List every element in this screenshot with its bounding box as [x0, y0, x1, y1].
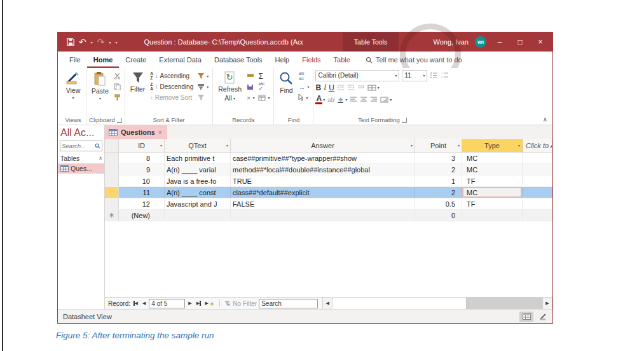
- numbering-icon[interactable]: 12: [441, 72, 449, 79]
- row-selector[interactable]: [105, 153, 119, 163]
- select-button[interactable]: ▾: [297, 93, 310, 102]
- qat-customize-icon[interactable]: ▾: [116, 40, 118, 45]
- nav-item-questions[interactable]: Ques...: [58, 163, 104, 174]
- cell-point[interactable]: 1: [415, 176, 462, 186]
- column-header-qtext[interactable]: QText▾: [165, 139, 231, 152]
- descending-button[interactable]: ZA ↓ Descending: [149, 82, 195, 92]
- record-search-box[interactable]: Search: [259, 299, 318, 308]
- gridline-color-button[interactable]: ▾: [380, 97, 392, 103]
- first-record-button[interactable]: ◀: [132, 301, 139, 306]
- cell-id[interactable]: 9: [119, 164, 165, 175]
- cell-id[interactable]: 8: [119, 153, 165, 163]
- cell-type[interactable]: MC: [462, 187, 523, 198]
- cell-point[interactable]: 2: [415, 187, 462, 198]
- align-center-icon[interactable]: [360, 97, 367, 102]
- font-name-select[interactable]: Calibri (Detail) ▾: [315, 70, 399, 81]
- align-right-icon[interactable]: [370, 97, 378, 102]
- table-row[interactable]: 9A(n) ____ varialmethod##*local##double#…: [105, 164, 552, 176]
- scrollbar-thumb[interactable]: [332, 298, 467, 309]
- cell-type[interactable]: MC: [462, 164, 523, 175]
- cell-qtext[interactable]: [165, 210, 231, 221]
- tab-questions[interactable]: Questions ×: [105, 125, 167, 139]
- italic-button[interactable]: I: [324, 83, 326, 92]
- text-formatting-dialog-launcher-icon[interactable]: [402, 118, 407, 123]
- nav-search-box[interactable]: Search...: [60, 141, 102, 151]
- row-selector[interactable]: [105, 187, 119, 198]
- tab-database-tools[interactable]: Database Tools: [208, 52, 269, 68]
- cell-qtext[interactable]: Java is a free-fo: [165, 176, 231, 186]
- align-left-icon[interactable]: [350, 97, 357, 102]
- advanced-filter-button[interactable]: ▾: [196, 82, 210, 92]
- cell-qtext[interactable]: Javascript and J: [165, 198, 231, 209]
- chevron-down-icon[interactable]: ▾: [518, 143, 520, 148]
- tab-table[interactable]: Table: [327, 52, 357, 68]
- column-header-answer[interactable]: Answer▾: [231, 139, 415, 152]
- save-icon[interactable]: [67, 38, 74, 46]
- table-row[interactable]: 8Each primitive tcase##primitive##*type-…: [105, 153, 552, 164]
- cell-id[interactable]: 10: [119, 176, 165, 186]
- cell-click-to-add[interactable]: [523, 210, 552, 221]
- cut-button[interactable]: [113, 71, 122, 81]
- maximize-button[interactable]: □: [513, 38, 527, 46]
- replace-button[interactable]: abac: [297, 71, 310, 81]
- refresh-all-button[interactable]: ↻ Refresh All▾: [215, 69, 245, 102]
- cell-answer[interactable]: case##primitive##*type-wrapper##show: [231, 153, 415, 163]
- column-header-point[interactable]: Point▾: [415, 139, 462, 152]
- cell-type[interactable]: [462, 210, 523, 221]
- new-record-row[interactable]: ∗(New)0: [105, 210, 552, 221]
- tab-external-data[interactable]: External Data: [153, 52, 208, 68]
- new-blank-record-button[interactable]: ▶∗: [204, 300, 216, 307]
- cell-point[interactable]: 3: [415, 153, 462, 163]
- cell-answer[interactable]: class##*default##explicit: [231, 187, 415, 198]
- tab-create[interactable]: Create: [119, 52, 153, 68]
- no-filter-button[interactable]: No Filter: [224, 300, 257, 307]
- cell-click-to-add[interactable]: [523, 198, 552, 209]
- record-position-box[interactable]: 4 of 5: [149, 299, 185, 308]
- tell-me-box[interactable]: Tell me what you want to do: [366, 56, 462, 64]
- cell-qtext[interactable]: Each primitive t: [165, 153, 231, 163]
- scroll-left-icon[interactable]: ◀: [322, 298, 332, 309]
- selection-filter-button[interactable]: ▾: [196, 71, 210, 81]
- gridlines-button[interactable]: ▾: [367, 85, 380, 91]
- cell-id[interactable]: (New): [119, 210, 165, 221]
- previous-record-button[interactable]: ◀: [141, 301, 147, 306]
- save-record-button[interactable]: [245, 82, 256, 92]
- spelling-button[interactable]: ABC✓: [257, 82, 271, 92]
- cell-click-to-add[interactable]: [523, 153, 552, 163]
- tab-file[interactable]: File: [63, 52, 87, 68]
- column-header-id[interactable]: ID▾: [119, 139, 165, 152]
- cell-type[interactable]: MC: [462, 153, 523, 163]
- user-name[interactable]: Wong, Ivan: [434, 38, 469, 46]
- close-button[interactable]: ×: [533, 38, 547, 46]
- datasheet-view-toggle[interactable]: [519, 312, 533, 322]
- format-painter-button[interactable]: [113, 93, 122, 102]
- font-color-button[interactable]: A ▾: [315, 95, 325, 104]
- cell-answer[interactable]: TRUE: [231, 176, 415, 186]
- new-row-selector[interactable]: ∗: [105, 210, 119, 221]
- horizontal-scrollbar[interactable]: ◀ ▶: [322, 298, 552, 309]
- collapse-ribbon-icon[interactable]: ∧: [543, 116, 547, 123]
- tab-help[interactable]: Help: [269, 52, 296, 68]
- row-selector[interactable]: [105, 164, 119, 175]
- more-button[interactable]: ▾: [257, 93, 271, 102]
- cell-qtext[interactable]: A(n) ____ varial: [165, 164, 231, 175]
- bullets-icon[interactable]: [430, 72, 438, 79]
- minimize-button[interactable]: –: [493, 38, 507, 46]
- avatar[interactable]: WI: [475, 36, 486, 48]
- undo-icon[interactable]: ↶: [79, 38, 86, 46]
- clipboard-dialog-launcher-icon[interactable]: [117, 118, 122, 123]
- tab-home[interactable]: Home: [87, 52, 120, 68]
- table-row[interactable]: 11A(n) ____ constclass##*default##explic…: [105, 187, 552, 198]
- bold-button[interactable]: B: [315, 83, 321, 92]
- totals-button[interactable]: Σ: [257, 71, 271, 81]
- cell-click-to-add[interactable]: [523, 164, 552, 175]
- last-record-button[interactable]: ▶: [195, 301, 202, 306]
- scrollbar-track[interactable]: [467, 298, 542, 309]
- cell-click-to-add[interactable]: [523, 176, 552, 186]
- cell-type[interactable]: TF: [462, 176, 523, 186]
- cell-answer[interactable]: FALSE: [231, 198, 415, 209]
- cell-point[interactable]: 0: [415, 210, 462, 221]
- table-row[interactable]: 12Javascript and JFALSE0.5TF: [105, 198, 552, 210]
- design-view-toggle[interactable]: [536, 312, 550, 322]
- column-header-type[interactable]: Type▾: [462, 139, 523, 152]
